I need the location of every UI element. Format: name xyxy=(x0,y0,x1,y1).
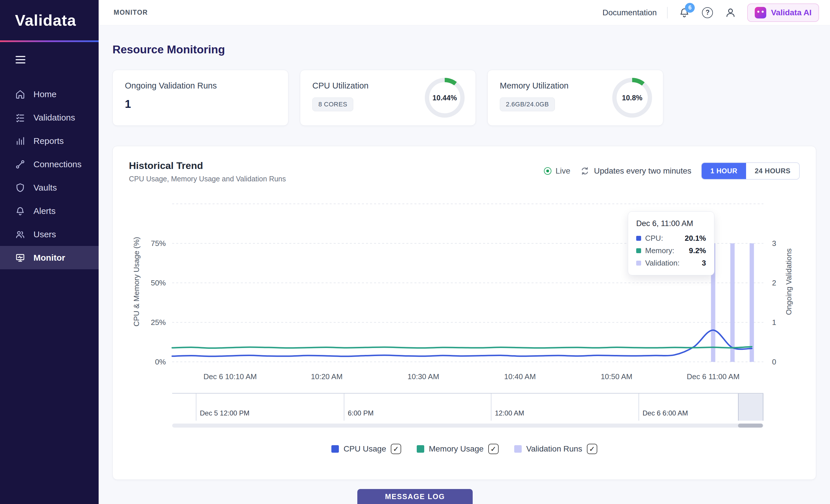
trend-chart-area: CPU & Memory Usage (%) Ongoing Validatio… xyxy=(129,195,800,388)
memory-usage-checkbox[interactable]: ✓ xyxy=(488,444,499,454)
sidebar-item-home[interactable]: Home xyxy=(0,82,99,106)
sidebar-item-validations[interactable]: Validations xyxy=(0,106,99,129)
account-button[interactable] xyxy=(724,6,737,19)
notification-count-badge: 6 xyxy=(685,3,695,13)
trend-subtitle: CPU Usage, Memory Usage and Validation R… xyxy=(129,175,286,183)
brush-label: Dec 6 6:00 AM xyxy=(643,409,688,417)
sidebar-item-monitor[interactable]: Monitor xyxy=(0,246,99,269)
svg-text:0%: 0% xyxy=(155,358,166,366)
sidebar-item-label: Alerts xyxy=(33,206,56,216)
message-log-button[interactable]: MESSAGE LOG xyxy=(357,489,473,504)
people-icon xyxy=(15,229,25,240)
cpu-swatch xyxy=(331,445,339,453)
svg-text:10:40 AM: 10:40 AM xyxy=(504,372,536,381)
tooltip-row-cpu: CPU: 20.1% xyxy=(636,234,706,243)
sidebar: Validata Home Validations Reports Connec… xyxy=(0,0,99,504)
page-title: Resource Monitoring xyxy=(113,43,816,56)
brand-gradient-divider xyxy=(0,40,99,42)
sidebar-item-reports[interactable]: Reports xyxy=(0,129,99,153)
ai-chat-icon xyxy=(755,7,766,19)
documentation-link[interactable]: Documentation xyxy=(602,8,657,17)
svg-text:25%: 25% xyxy=(151,318,166,327)
live-indicator: Live xyxy=(544,166,570,176)
cpu-donut-chart: 10.44% xyxy=(425,78,465,117)
brush-selection-handle[interactable] xyxy=(738,394,763,421)
svg-text:10:30 AM: 10:30 AM xyxy=(408,372,439,381)
sidebar-item-label: Vaults xyxy=(33,183,57,193)
live-label: Live xyxy=(555,166,570,176)
main-content: Resource Monitoring Ongoing Validation R… xyxy=(99,25,830,504)
svg-text:Dec 6 11:00 AM: Dec 6 11:00 AM xyxy=(687,372,739,381)
chart-scrollbar-thumb[interactable] xyxy=(738,424,763,428)
legend-item-cpu-usage: CPU Usage ✓ xyxy=(331,444,401,454)
sidebar-item-label: Reports xyxy=(33,136,64,146)
bar-chart-icon xyxy=(15,136,25,146)
svg-text:0: 0 xyxy=(772,358,776,366)
topbar: MONITOR Documentation 6 ? Validata AI xyxy=(99,0,830,25)
time-range-toggle: 1 HOUR 24 HOURS xyxy=(701,162,800,180)
cpu-usage-checkbox[interactable]: ✓ xyxy=(391,444,401,454)
brand-logo[interactable]: Validata xyxy=(0,0,99,40)
validata-ai-button[interactable]: Validata AI xyxy=(747,3,819,22)
nodes-icon xyxy=(15,159,25,170)
validation-swatch xyxy=(514,445,522,453)
tooltip-row-memory: Memory: 9.2% xyxy=(636,246,706,255)
breadcrumb: MONITOR xyxy=(114,9,148,16)
checklist-icon xyxy=(15,112,25,123)
trend-title: Historical Trend xyxy=(129,160,286,171)
validation-swatch xyxy=(636,261,641,266)
tooltip-row-validation: Validation: 3 xyxy=(636,259,706,268)
bell-icon xyxy=(15,206,25,216)
sidebar-item-label: Connections xyxy=(33,160,82,169)
shield-icon xyxy=(15,182,25,193)
memory-percent-label: 10.8% xyxy=(612,78,652,117)
cpu-cores-chip: 8 CORES xyxy=(312,97,353,111)
memory-swatch xyxy=(417,445,424,453)
svg-text:75%: 75% xyxy=(151,239,166,248)
help-button[interactable]: ? xyxy=(701,6,714,19)
range-button-1-hour[interactable]: 1 HOUR xyxy=(702,163,746,179)
menu-toggle-icon[interactable] xyxy=(15,56,26,63)
brush-label: 12:00 AM xyxy=(495,409,524,417)
user-icon xyxy=(725,7,736,19)
memory-usage-chip: 2.6GB/24.0GB xyxy=(500,97,555,111)
stat-title: Ongoing Validation Runs xyxy=(125,81,276,91)
memory-swatch xyxy=(636,248,641,253)
sidebar-nav: Home Validations Reports Connections Vau… xyxy=(0,82,99,269)
ongoing-runs-value: 1 xyxy=(125,98,276,110)
svg-text:3: 3 xyxy=(772,239,776,248)
sidebar-item-label: Users xyxy=(33,230,56,239)
y-axis-label-right: Ongoing Validations xyxy=(785,248,793,315)
sidebar-item-users[interactable]: Users xyxy=(0,223,99,246)
brush-label: Dec 5 12:00 PM xyxy=(200,409,250,417)
refresh-icon xyxy=(580,166,589,176)
sidebar-item-vaults[interactable]: Vaults xyxy=(0,176,99,199)
memory-utilization-card: Memory Utilization 2.6GB/24.0GB 10.8% xyxy=(487,70,663,126)
sidebar-item-label: Validations xyxy=(33,113,75,123)
stat-cards-row: Ongoing Validation Runs 1 CPU Utilizatio… xyxy=(113,70,816,126)
question-mark-icon: ? xyxy=(702,7,713,18)
tooltip-title: Dec 6, 11:00 AM xyxy=(636,219,706,228)
sidebar-item-connections[interactable]: Connections xyxy=(0,153,99,176)
notifications-button[interactable]: 6 xyxy=(678,6,691,19)
home-icon xyxy=(15,89,25,99)
svg-text:2: 2 xyxy=(772,278,776,287)
ai-button-label: Validata AI xyxy=(771,8,811,17)
range-button-24-hours[interactable]: 24 HOURS xyxy=(746,163,799,179)
y-axis-label-left: CPU & Memory Usage (%) xyxy=(132,237,141,327)
sidebar-item-alerts[interactable]: Alerts xyxy=(0,199,99,223)
chart-tooltip: Dec 6, 11:00 AM CPU: 20.1% Memory: 9.2% … xyxy=(628,211,714,275)
historical-trend-card: Historical Trend CPU Usage, Memory Usage… xyxy=(113,146,816,480)
brand-name: Validata xyxy=(15,11,76,29)
legend-item-memory-usage: Memory Usage ✓ xyxy=(417,444,499,454)
updates-label: Updates every two minutes xyxy=(594,166,692,176)
cpu-utilization-card: CPU Utilization 8 CORES 10.44% xyxy=(300,70,476,126)
chart-scrollbar-track[interactable] xyxy=(172,424,763,428)
update-interval: Updates every two minutes xyxy=(580,166,692,176)
timeline-brush[interactable]: Dec 5 12:00 PM 6:00 PM 12:00 AM Dec 6 6:… xyxy=(172,393,763,421)
svg-text:Dec 6 10:10 AM: Dec 6 10:10 AM xyxy=(203,372,257,381)
topbar-divider xyxy=(667,7,668,19)
validation-runs-checkbox[interactable]: ✓ xyxy=(587,444,597,454)
svg-text:10:20 AM: 10:20 AM xyxy=(311,372,343,381)
memory-donut-chart: 10.8% xyxy=(612,78,652,117)
